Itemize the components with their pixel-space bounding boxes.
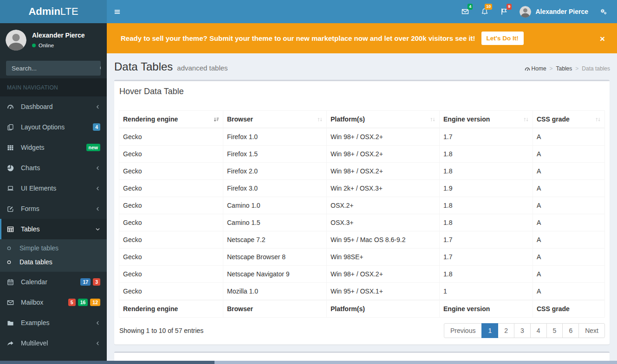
content-wrapper: Ready to sell your theme? Submit your th…	[107, 0, 617, 364]
sidebar-item-widgets[interactable]: Widgetsnew	[0, 137, 107, 158]
sidebar-item-layout-options[interactable]: Layout Options4	[0, 117, 107, 137]
sidebar-item-tables[interactable]: Tables	[0, 219, 107, 239]
column-header[interactable]: Platform(s)	[327, 111, 440, 128]
column-header[interactable]: Engine version	[440, 111, 533, 128]
search-icon	[99, 65, 101, 72]
page-button-1[interactable]: 1	[481, 323, 498, 338]
table-cell: OSX.3+	[327, 214, 440, 231]
page-button-4[interactable]: 4	[530, 323, 547, 338]
table-cell: Gecko	[119, 163, 223, 180]
table-cell: Win 98+ / OSX.2+	[327, 163, 440, 180]
breadcrumb-item[interactable]: Tables	[556, 65, 572, 72]
sidebar-toggle-button[interactable]	[107, 0, 127, 23]
sidebar-search	[6, 61, 101, 76]
footer-header: Rendering engine	[119, 300, 223, 318]
banner-cta-button[interactable]: Let's Do It!	[481, 32, 524, 45]
brand-logo[interactable]: AdminLTE	[0, 0, 107, 23]
sidebar-menu: DashboardLayout Options4WidgetsnewCharts…	[0, 96, 107, 364]
breadcrumb-separator: >	[575, 65, 578, 72]
table-cell: 1.8	[440, 163, 533, 180]
sidebar-item-charts[interactable]: Charts	[0, 158, 107, 178]
next-box-partial	[114, 351, 610, 362]
page-button-2[interactable]: 2	[498, 323, 514, 338]
page-button-6[interactable]: 6	[562, 323, 579, 338]
sort-both-icon	[523, 116, 529, 123]
table-cell: Win 2k+ / OSX.3+	[327, 180, 440, 197]
page-button-5[interactable]: 5	[546, 323, 563, 338]
table-cell: Gecko	[119, 249, 223, 266]
user-name: Alexander Pierce	[535, 8, 588, 15]
tasks-menu[interactable]: 9	[494, 0, 514, 23]
horizontal-scrollbar[interactable]	[0, 361, 617, 364]
badge: 5	[68, 299, 76, 306]
table-cell: A	[533, 214, 605, 231]
sidebar-item-forms[interactable]: Forms	[0, 198, 107, 219]
table-row: GeckoCamino 1.5OSX.3+1.8A	[119, 214, 605, 231]
banner-close-icon[interactable]: ×	[600, 34, 605, 43]
sidebar-item-calendar[interactable]: Calendar173	[0, 272, 107, 292]
user-status[interactable]: Online	[32, 43, 85, 48]
table-cell: 1.7	[440, 231, 533, 249]
column-header[interactable]: Browser	[223, 111, 327, 128]
previous-page-button[interactable]: Previous	[444, 323, 482, 338]
user-menu[interactable]: Alexander Pierce	[514, 0, 594, 23]
tasks-badge: 9	[507, 4, 512, 10]
table-cell: Gecko	[119, 231, 223, 249]
table-cell: OSX.2+	[327, 197, 440, 214]
footer-header: Browser	[223, 300, 327, 318]
sidebar-item-label: Mailbox	[21, 299, 43, 306]
sidebar-item-label: Multilevel	[21, 339, 48, 347]
breadcrumb-item[interactable]: Home	[525, 65, 546, 72]
column-header[interactable]: Rendering engine	[119, 111, 223, 128]
footer-header: Engine version	[440, 300, 533, 318]
sidebar-user-panel: Alexander Pierce Online	[0, 23, 107, 56]
table-cell: 1	[440, 283, 533, 300]
sidebar-item-multilevel[interactable]: Multilevel	[0, 333, 107, 353]
table-cell: Win 95+ / OSX.1+	[327, 283, 440, 300]
sidebar-item-label: Data tables	[19, 258, 52, 266]
sidebar-item-examples[interactable]: Examples	[0, 313, 107, 333]
content-header: Data Tables advanced tables Home>Tables>…	[107, 53, 617, 80]
table-cell: 1.8	[440, 214, 533, 231]
control-sidebar-toggle[interactable]	[594, 0, 613, 23]
notifications-menu[interactable]: 10	[475, 0, 494, 23]
table-row: GeckoNetscape Navigator 9Win 98+ / OSX.2…	[119, 266, 605, 283]
next-page-button[interactable]: Next	[578, 323, 605, 338]
table-cell: Gecko	[119, 146, 223, 163]
badge: 4	[93, 123, 100, 131]
top-navbar: AdminLTE 4109 Alexander Pierce	[0, 0, 617, 23]
sidebar-section-header: MAIN NAVIGATION	[0, 78, 107, 96]
breadcrumb-separator: >	[550, 65, 553, 72]
sidebar-item-label: UI Elements	[21, 185, 56, 192]
avatar	[6, 30, 26, 51]
folder-icon	[7, 319, 14, 326]
table-cell: Camino 1.5	[223, 214, 327, 231]
page-subtitle: advanced tables	[177, 64, 227, 72]
messages-menu[interactable]: 4	[455, 0, 475, 23]
dashboard-icon	[525, 66, 530, 72]
sidebar-item-data-tables[interactable]: Data tables	[0, 255, 107, 269]
footer-header: Platform(s)	[327, 300, 440, 318]
table-cell: Netscape Navigator 9	[223, 266, 327, 283]
circle-o-icon	[6, 246, 12, 251]
column-header[interactable]: CSS grade	[533, 111, 605, 128]
envelope-icon	[7, 299, 14, 306]
sidebar-item-mailbox[interactable]: Mailbox51612	[0, 292, 107, 313]
table-cell: A	[533, 128, 605, 146]
chevron-left-icon	[95, 206, 100, 211]
search-input[interactable]	[6, 61, 99, 76]
sidebar-item-dashboard[interactable]: Dashboard	[0, 96, 107, 117]
tachometer-icon	[7, 103, 14, 110]
sidebar-user-name: Alexander Pierce	[32, 32, 85, 39]
table-cell: Win 98+ / OSX.2+	[327, 146, 440, 163]
hamburger-icon	[114, 8, 121, 15]
page-button-3[interactable]: 3	[514, 323, 531, 338]
marketplace-banner: Ready to sell your theme? Submit your th…	[107, 23, 617, 53]
chevron-down-icon	[95, 227, 100, 232]
scrollbar-thumb[interactable]	[0, 361, 214, 364]
search-button[interactable]	[99, 61, 101, 76]
sidebar: Alexander Pierce Online MAIN NAVIGATION …	[0, 23, 107, 364]
sidebar-item-ui-elements[interactable]: UI Elements	[0, 178, 107, 198]
sidebar-item-simple-tables[interactable]: Simple tables	[0, 241, 107, 255]
table-cell: Firefox 1.5	[223, 146, 327, 163]
